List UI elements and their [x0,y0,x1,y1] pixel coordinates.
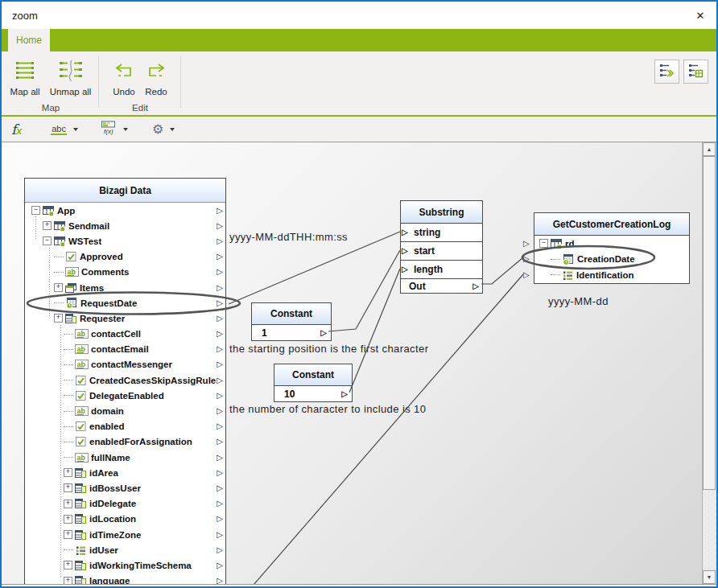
tree-node-contactCell[interactable]: abcontactCell▷ [25,327,225,342]
output-port-icon[interactable]: ▷ [217,531,223,539]
output-port-icon[interactable]: ▷ [217,392,223,400]
tree-node-WSTest[interactable]: −WSTest▷ [25,233,225,249]
plus-expander-icon[interactable]: + [64,561,72,569]
tree-node-contactMessenger[interactable]: abcontactMessenger▷ [25,357,225,372]
redo-button[interactable]: Redo [140,55,172,102]
tree-node-idLocation[interactable]: +idLocation▷ [25,512,225,527]
scroll-down-icon[interactable]: ▼ [703,570,716,584]
tree-node-contactEmail[interactable]: abcontactEmail▷ [25,342,225,357]
tree-node-idUser[interactable]: idUser▷ [25,542,225,557]
tree-node-RequestDate[interactable]: RequestDate▷ [25,295,225,310]
scroll-up-icon[interactable]: ▲ [703,142,716,156]
close-icon[interactable]: ✕ [691,6,710,25]
tree-node-idDelegate[interactable]: +idDelegate▷ [25,496,225,512]
tree-node-idBossUser[interactable]: +idBossUser▷ [25,480,225,495]
mapping-grid-button[interactable] [683,60,708,84]
output-port-icon[interactable]: ▷ [217,577,223,584]
output-port-icon[interactable]: ▷ [217,438,223,446]
plus-expander-icon[interactable]: + [43,221,52,230]
settings-dropdown[interactable]: ⚙ [152,123,175,136]
output-port-icon[interactable]: ▷ [217,546,223,554]
output-port-icon[interactable]: ▷ [217,454,223,462]
output-port-icon[interactable]: ▷ [320,329,327,337]
output-port-icon[interactable]: ▷ [217,207,223,215]
vertical-scrollbar[interactable]: ▲ ▼ [702,142,716,584]
function-box-constant-10[interactable]: Constant 10 ▷ [274,364,353,402]
plus-expander-icon[interactable]: + [54,314,63,323]
output-port-icon[interactable]: ▷ [472,282,479,290]
substring-input-length[interactable]: ▷ length [401,261,482,279]
tree-node-App[interactable]: −App▷ [25,203,225,218]
abc-dropdown[interactable]: abc [33,124,78,135]
plus-expander-icon[interactable]: + [64,530,72,539]
output-port-icon[interactable]: ▷ [217,407,223,415]
minus-expander-icon[interactable]: − [31,206,40,215]
minus-expander-icon[interactable]: − [43,236,52,245]
output-port-icon[interactable]: ▷ [217,330,223,338]
output-port-icon[interactable]: ▷ [217,422,223,430]
tab-home[interactable]: Home [8,29,50,51]
tree-node-enabledForAssignation[interactable]: enabledForAssignation▷ [25,434,225,450]
output-port-icon[interactable]: ▷ [217,561,223,569]
tree-node-CreatedCasesSkipAssigRules[interactable]: CreatedCasesSkipAssigRules▷ [25,372,225,388]
tree-node-idTimeZone[interactable]: +idTimeZone▷ [25,527,225,542]
fx-icon[interactable]: fx [11,121,22,138]
tree-node-idWorkingTimeSchema[interactable]: +idWorkingTimeSchema▷ [25,557,225,573]
output-port-icon[interactable]: ▷ [341,390,348,398]
substring-input-start[interactable]: ▷ start [401,242,482,261]
function-box-substring[interactable]: Substring ▷ string ▷ start ▷ length Out … [400,200,483,294]
output-port-icon[interactable]: ▷ [217,360,223,368]
unmap-all-button[interactable]: Unmap all [45,55,97,102]
input-port-icon[interactable]: ▷ [402,228,408,236]
substring-output-out[interactable]: Out ▷ [401,279,482,293]
tree-node-DelegateEnabled[interactable]: DelegateEnabled▷ [25,388,225,403]
tree-node-Requester[interactable]: +Requester▷ [25,310,225,326]
tree-node-Approved[interactable]: Approved▷ [25,249,225,265]
tree-node-Comments[interactable]: abComments▷ [25,265,225,280]
constant-value-row[interactable]: 1 ▷ [252,325,331,340]
tree-node-language[interactable]: +language▷ [25,574,225,585]
function-box-dropdown[interactable]: f(x) [101,121,128,138]
plus-expander-icon[interactable]: + [64,515,72,524]
plus-expander-icon[interactable]: + [64,500,72,508]
tree-node-Identification[interactable]: ▷Identification [534,267,689,283]
output-port-icon[interactable]: ▷ [217,315,223,323]
tree-node-rd[interactable]: ▷−rd [534,236,689,252]
tree-node-CreationDate[interactable]: ▷CreationDate [534,252,689,268]
input-port-icon[interactable]: ▷ [523,255,530,263]
tree-node-Items[interactable]: +Items▷ [25,280,225,295]
map-all-button[interactable]: Map all [6,55,45,102]
output-port-icon[interactable]: ▷ [217,345,223,353]
output-port-icon[interactable]: ▷ [217,515,223,523]
plus-expander-icon[interactable]: + [64,577,72,584]
plus-expander-icon[interactable]: + [64,468,72,477]
input-port-icon[interactable]: ▷ [402,247,408,255]
input-port-icon[interactable]: ▷ [402,265,408,273]
output-port-icon[interactable]: ▷ [217,222,223,230]
output-port-icon[interactable]: ▷ [217,237,223,245]
substring-input-string[interactable]: ▷ string [401,224,482,242]
plus-expander-icon[interactable]: + [54,283,63,292]
output-port-icon[interactable]: ▷ [217,284,223,292]
output-port-icon[interactable]: ▷ [217,500,223,508]
tree-node-domain[interactable]: abdomain▷ [25,403,225,418]
target-box-getcustomercreationlog[interactable]: GetCustomerCreationLog ▷−rd▷CreationDate… [534,212,690,284]
output-port-icon[interactable]: ▷ [217,484,223,492]
tree-node-idArea[interactable]: +idArea▷ [25,465,225,480]
tree-node-enabled[interactable]: enabled▷ [25,419,225,434]
input-port-icon[interactable]: ▷ [523,240,530,248]
output-port-icon[interactable]: ▷ [217,376,223,384]
undo-button[interactable]: Undo [108,55,140,102]
function-box-constant-1[interactable]: Constant 1 ▷ [251,302,332,341]
minus-expander-icon[interactable]: − [539,239,548,248]
constant-value-row[interactable]: 10 ▷ [274,386,352,401]
output-port-icon[interactable]: ▷ [217,268,223,276]
tree-node-fullName[interactable]: abfullName▷ [25,450,225,465]
scrollbar-thumb[interactable] [703,156,716,490]
output-port-icon[interactable]: ▷ [217,253,223,261]
output-port-icon[interactable]: ▷ [217,299,223,307]
expand-mapping-button[interactable] [654,60,679,84]
mapping-canvas[interactable]: Bizagi Data −App▷+Sendmail▷−WSTest▷Appro… [2,142,702,584]
plus-expander-icon[interactable]: + [64,483,72,492]
input-port-icon[interactable]: ▷ [523,271,530,279]
